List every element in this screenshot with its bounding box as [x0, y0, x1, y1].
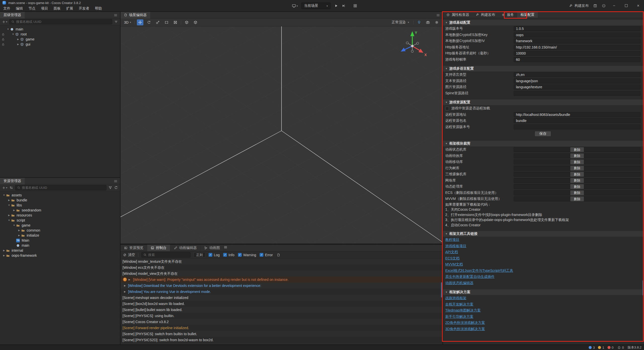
tree-node[interactable]: ▶internal: [0, 248, 120, 253]
expand-arrow[interactable]: ▶: [16, 38, 20, 40]
projection-toggle[interactable]: 3D▾: [123, 20, 132, 24]
console-tab[interactable]: 动画图: [200, 245, 224, 251]
field-input[interactable]: zh,en: [514, 72, 640, 77]
log-row[interactable]: [Window] ecs文件夹不存在: [120, 265, 442, 271]
close-button[interactable]: ×: [634, 4, 642, 8]
tree-node[interactable]: ▶common: [0, 228, 120, 233]
hierarchy-filter-icon[interactable]: [114, 20, 118, 24]
expand-arrow[interactable]: ▼: [2, 194, 6, 196]
console-search[interactable]: [141, 252, 190, 257]
rect-tool[interactable]: [163, 19, 170, 25]
section-header[interactable]: ▼游戏资源配置: [443, 99, 644, 105]
scene-panel-tab[interactable]: 场景编辑器: [120, 12, 150, 18]
expand-arrow[interactable]: ▶: [17, 229, 21, 232]
menu-item[interactable]: 扩展: [63, 6, 76, 11]
pivot-toggle[interactable]: [183, 19, 190, 25]
delete-button[interactable]: 删除: [570, 153, 584, 158]
assets-search-input[interactable]: [22, 186, 104, 190]
log-row[interactable]: [Scene] [PHYSICS]: using builtin.: [120, 313, 442, 319]
console-search-input[interactable]: [148, 253, 192, 257]
expand-arrow[interactable]: ▶: [12, 209, 16, 211]
doc-link[interactable]: 2D角色扮演游戏解决方案: [445, 321, 485, 325]
layout-button[interactable]: [353, 4, 357, 8]
minimize-button[interactable]: −: [610, 4, 618, 8]
doc-link[interactable]: 动画状态机编辑器: [445, 281, 473, 285]
coordinate-toggle[interactable]: [192, 19, 199, 25]
play-button[interactable]: [334, 4, 338, 8]
expand-arrow[interactable]: ▶: [16, 43, 20, 46]
log-row[interactable]: [Scene] [bullet]:bullet wasm lib loaded.: [120, 307, 442, 313]
expand-arrow[interactable]: ▶: [7, 199, 11, 201]
delete-button[interactable]: 删除: [570, 159, 584, 165]
assets-search[interactable]: [15, 185, 106, 190]
extension-icon[interactable]: [593, 4, 597, 8]
render-mode-dropdown[interactable]: 正常渲染▾: [390, 20, 411, 25]
tree-node[interactable]: ▼libs: [0, 203, 120, 208]
menu-item[interactable]: 节点: [26, 6, 38, 11]
filter-info[interactable]: ✓Info: [223, 253, 234, 257]
hierarchy-panel-tab[interactable]: 层级管理器: [0, 12, 25, 18]
doc-link[interactable]: ECS文档: [445, 256, 460, 261]
tree-node[interactable]: ▶game: [0, 37, 120, 42]
field-input[interactable]: 10000: [514, 51, 640, 56]
refresh-assets-button[interactable]: [114, 186, 118, 190]
log-row[interactable]: !▶[Window] [Vue warn]: Property "onInput…: [120, 277, 442, 283]
inspector-tab[interactable]: 构建发布: [472, 12, 498, 18]
field-input[interactable]: [514, 91, 640, 96]
hierarchy-menu-icon[interactable]: [114, 13, 117, 17]
field-input[interactable]: http://192.168.0.150/main/: [514, 45, 640, 50]
clear-console-button[interactable]: 清空: [123, 253, 135, 257]
orientation-gizmo[interactable]: Y X: [395, 28, 430, 63]
delete-button[interactable]: 删除: [570, 196, 584, 202]
expand-arrow[interactable]: ▶: [124, 283, 126, 289]
scene-select-dropdown[interactable]: 当前场景▾: [301, 3, 331, 9]
expand-arrow[interactable]: ▼: [7, 219, 11, 222]
doc-link[interactable]: API文档: [445, 250, 458, 254]
filter-warning[interactable]: ✓Warning: [238, 253, 256, 257]
delete-button[interactable]: 删除: [570, 184, 584, 189]
platform-select[interactable]: ▾: [292, 4, 298, 8]
log-row[interactable]: ▶[Window] You are running Vue in develop…: [120, 289, 442, 295]
log-row[interactable]: [Scene] [PHYSICS]: switch from builtin t…: [120, 331, 442, 337]
transform-tool[interactable]: [172, 19, 179, 25]
tree-node[interactable]: ▶initialize: [0, 233, 120, 238]
tree-node[interactable]: ▼main: [0, 27, 120, 32]
tree-node[interactable]: ▶oops-framework: [0, 253, 120, 258]
field-input[interactable]: 60: [514, 57, 640, 62]
status-count[interactable]: 0: [608, 346, 614, 349]
doc-link[interactable]: Tiledmap地图解决方案: [445, 308, 481, 313]
scene-viewport[interactable]: Y X: [120, 26, 442, 244]
log-row[interactable]: [Scene] meshopt wasm decoder initialized: [120, 295, 442, 301]
delete-button[interactable]: 删除: [570, 190, 584, 195]
expand-arrow[interactable]: ▶: [2, 249, 6, 252]
delete-button[interactable]: 删除: [570, 147, 584, 152]
tree-node[interactable]: TSMain: [0, 238, 120, 243]
expand-arrow[interactable]: ▶: [2, 254, 6, 257]
doc-link[interactable]: Excel格式转Json文件与TypeScript代码工具: [445, 269, 513, 273]
save-button[interactable]: 保存: [535, 131, 551, 137]
menu-item[interactable]: 帮助: [92, 6, 105, 11]
menu-item[interactable]: 文件: [1, 6, 13, 11]
scene-menu-icon[interactable]: [436, 13, 440, 17]
log-row[interactable]: [Window] model_view文件夹不存在: [120, 271, 442, 277]
tree-node[interactable]: ▼game: [0, 223, 120, 228]
status-count[interactable]: 1: [598, 346, 604, 349]
section-header[interactable]: ▼框架解决方案: [443, 289, 644, 295]
expand-arrow[interactable]: ▼: [11, 33, 15, 35]
inspector-tab[interactable]: 属性检查器: [443, 12, 472, 18]
section-header[interactable]: ▼框架模块裁剪: [443, 141, 644, 147]
expand-arrow[interactable]: ▶: [124, 289, 126, 295]
add-asset-button[interactable]: ▾: [2, 186, 7, 190]
delete-button[interactable]: 删除: [570, 165, 584, 171]
lighting-toggle[interactable]: [416, 19, 422, 25]
menu-item[interactable]: 面板: [51, 6, 63, 11]
doc-link[interactable]: 全栈开发解决方案: [445, 302, 473, 307]
tree-node[interactable]: ▶resources: [0, 213, 120, 218]
field-input[interactable]: [514, 124, 640, 129]
move-tool[interactable]: [137, 19, 143, 25]
build-publish-button[interactable]: 构建发布: [569, 4, 589, 8]
maximize-button[interactable]: [622, 4, 630, 8]
inspector-tab[interactable]: 框架配置: [517, 12, 538, 18]
rotate-tool[interactable]: [146, 19, 152, 25]
help-icon[interactable]: ?: [602, 4, 606, 8]
